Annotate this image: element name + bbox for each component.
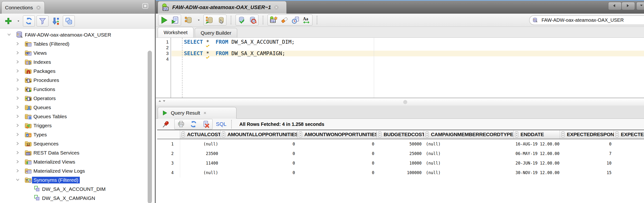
- chevron-collapsed-icon[interactable]: [16, 160, 20, 164]
- table-cell[interactable]: [614, 168, 644, 178]
- table-cell[interactable]: 0: [560, 139, 614, 149]
- table-cell[interactable]: (null): [180, 168, 220, 178]
- tree-item-types[interactable]: A9Types: [0, 130, 147, 139]
- table-cell[interactable]: 11400: [180, 158, 220, 168]
- tab-worksheet[interactable]: Worksheet: [158, 27, 194, 38]
- filter-button[interactable]: [37, 16, 48, 26]
- collapse-all-button[interactable]: [63, 16, 74, 26]
- tab-list-button[interactable]: [636, 2, 644, 10]
- float-panel-icon[interactable]: [142, 3, 149, 10]
- table-cell[interactable]: 15: [560, 168, 614, 178]
- chevron-expanded-icon[interactable]: [7, 33, 11, 36]
- sort-icon[interactable]: [561, 131, 565, 138]
- code-line[interactable]: SELECT * FROM DW_SA_X_CAMPAIGN;: [184, 51, 285, 56]
- sort-connections-button[interactable]: [50, 16, 61, 26]
- table-cell[interactable]: 7: [560, 149, 614, 158]
- connection-selector[interactable]: FAW-ADW-oax-ateamoax-OAX_USER: [529, 15, 644, 25]
- refresh-result-button[interactable]: [187, 120, 200, 129]
- tree-item-sequences[interactable]: 12Sequences: [0, 139, 147, 148]
- splitter-toggle-icons[interactable]: [158, 99, 166, 103]
- sort-icon[interactable]: [222, 131, 226, 138]
- explain-plan-button[interactable]: [204, 15, 215, 25]
- pin-button[interactable]: [160, 120, 172, 129]
- print-button[interactable]: [175, 120, 187, 129]
- table-cell[interactable]: 25000: [377, 149, 424, 158]
- tab-worksheet-document[interactable]: SQL FAW-ADW-oax-ateamoax-OAX_USER~1: [158, 1, 287, 14]
- row-number-cell[interactable]: 1: [157, 139, 180, 149]
- code-line[interactable]: SELECT * FROM DW_SA_X_ACCOUNT_DIM;: [184, 39, 295, 45]
- table-cell[interactable]: 0: [220, 168, 298, 178]
- sql-link[interactable]: SQL: [216, 121, 226, 127]
- chevron-collapsed-icon[interactable]: [16, 142, 20, 146]
- autotrace-button[interactable]: [215, 15, 226, 25]
- table-cell[interactable]: 10000: [377, 158, 424, 168]
- tree-item-queues[interactable]: Queues: [0, 103, 147, 112]
- explain-drop-button[interactable]: [183, 15, 194, 25]
- tree-item-dw-sa-x-account-dim[interactable]: DW_SA_X_ACCOUNT_DIM: [0, 184, 147, 194]
- chevron-collapsed-icon[interactable]: [16, 87, 20, 91]
- table-cell[interactable]: 0: [298, 158, 377, 168]
- tree-item-queues-tables[interactable]: Queues Tables: [0, 112, 147, 121]
- sort-icon[interactable]: [181, 131, 185, 138]
- row-number-cell[interactable]: 2: [157, 149, 180, 158]
- chevron-collapsed-icon[interactable]: [16, 60, 20, 64]
- sort-icon[interactable]: [298, 131, 302, 138]
- table-cell[interactable]: [614, 149, 644, 158]
- collapse-down-icon[interactable]: [162, 99, 166, 103]
- tree-item-functions[interactable]: Functions: [0, 84, 147, 94]
- table-cell[interactable]: (null): [180, 139, 220, 149]
- tree-item-packages[interactable]: Packages: [0, 66, 147, 76]
- tab-connections[interactable]: Connections: [2, 1, 45, 14]
- sql-editor[interactable]: 1SELECT * FROM DW_SA_X_ACCOUNT_DIM;23SEL…: [156, 38, 644, 98]
- refresh-button[interactable]: [24, 16, 34, 26]
- table-cell[interactable]: 0: [220, 149, 298, 158]
- table-cell[interactable]: 30-NOV-19 12.00.00: [514, 168, 560, 178]
- table-cell[interactable]: 0: [298, 149, 377, 158]
- close-icon[interactable]: [36, 5, 41, 10]
- tree-item-rest-data-services[interactable]: RESTREST Data Services: [0, 148, 147, 157]
- column-header-expected[interactable]: EXPECTED: [614, 130, 644, 139]
- clear-button[interactable]: [279, 15, 290, 25]
- chevron-collapsed-icon[interactable]: [16, 132, 20, 136]
- table-cell[interactable]: (null): [424, 168, 514, 178]
- tree-item-synonyms-filtered[interactable]: Synonyms (Filtered): [0, 175, 147, 184]
- chevron-collapsed-icon[interactable]: [16, 42, 20, 46]
- tree-item-materialized-views[interactable]: Materialized Views: [0, 157, 147, 166]
- commit-button[interactable]: [236, 15, 247, 25]
- tree-item-faw-adw-oax-ateamoax-oax-user[interactable]: FAW-ADW-oax-ateamoax-OAX_USER: [0, 30, 147, 39]
- change-case-button[interactable]: Aa: [301, 15, 312, 25]
- sql-history-button[interactable]: [290, 15, 301, 25]
- chevron-collapsed-icon[interactable]: [16, 151, 20, 154]
- chevron-collapsed-icon[interactable]: [16, 51, 20, 55]
- table-cell[interactable]: 0: [220, 139, 298, 149]
- rollback-button[interactable]: [247, 15, 258, 25]
- caret-down-button[interactable]: [196, 15, 202, 25]
- chevron-collapsed-icon[interactable]: [16, 78, 20, 82]
- table-cell[interactable]: (null): [424, 139, 514, 149]
- column-header-expectedresponse[interactable]: EXPECTEDRESPONSE: [560, 130, 614, 139]
- forward-button[interactable]: [622, 2, 635, 10]
- sort-icon[interactable]: [615, 131, 619, 138]
- unshared-worksheet-button[interactable]: SQL: [268, 15, 279, 25]
- column-header-amountwonopportunities[interactable]: AMOUNTWONOPPORTUNITIES: [298, 130, 377, 139]
- caret-down-button[interactable]: [16, 16, 21, 26]
- tab-query-result[interactable]: Query Result: [158, 107, 236, 119]
- tree-item-indexes[interactable]: Indexes: [0, 57, 147, 66]
- tree-item-triggers[interactable]: Triggers: [0, 121, 147, 130]
- chevron-collapsed-icon[interactable]: [16, 169, 20, 173]
- tree-scrollbar-thumb[interactable]: [148, 51, 152, 203]
- close-icon[interactable]: [203, 111, 207, 115]
- tab-query-builder[interactable]: Query Builder: [195, 28, 237, 38]
- column-header-enddate[interactable]: ENDDATE: [514, 130, 560, 139]
- table-cell[interactable]: 06-MAY-19 12.00.00: [514, 149, 560, 158]
- table-cell[interactable]: 23500: [180, 149, 220, 158]
- table-cell[interactable]: 50000: [377, 139, 424, 149]
- add-connection-button[interactable]: [3, 16, 14, 26]
- sort-icon[interactable]: [515, 131, 518, 138]
- collapse-up-icon[interactable]: [158, 99, 162, 103]
- chevron-expanded-icon[interactable]: [16, 178, 20, 182]
- table-cell[interactable]: 0: [298, 139, 377, 149]
- chevron-collapsed-icon[interactable]: [16, 96, 20, 100]
- table-cell[interactable]: [614, 139, 644, 149]
- tree-item-tables-filtered[interactable]: Tables (Filtered): [0, 39, 147, 48]
